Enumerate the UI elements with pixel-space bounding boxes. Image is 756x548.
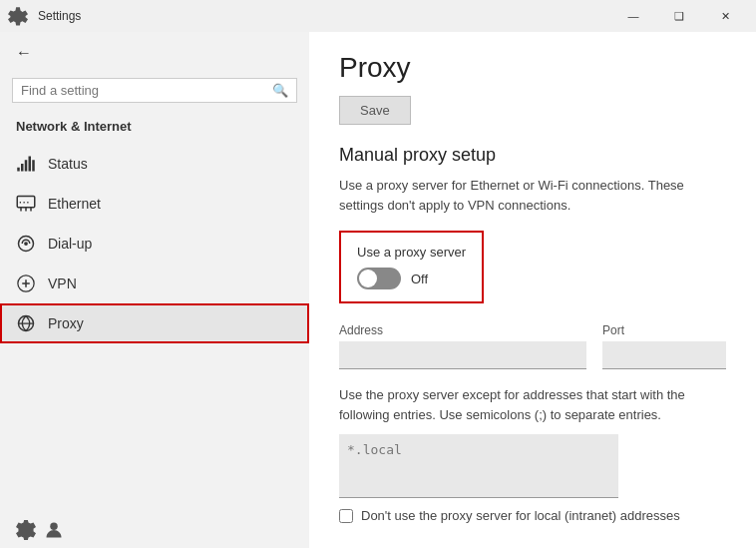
toggle-thumb <box>359 270 377 287</box>
sidebar-item-proxy[interactable]: Proxy <box>0 303 309 343</box>
port-label: Port <box>602 323 726 337</box>
user-icon <box>44 520 64 540</box>
title-bar-left: Settings <box>8 6 81 26</box>
proxy-server-label: Use a proxy server <box>357 245 466 260</box>
toggle-row: Off <box>357 268 466 289</box>
save-button[interactable]: Save <box>339 96 411 125</box>
toggle-track <box>357 268 401 289</box>
sidebar-item-ethernet-label: Ethernet <box>48 196 101 212</box>
main-content: ← 🔍 Network & Internet Status Ethernet <box>0 32 756 548</box>
description: Use a proxy server for Ethernet or Wi-Fi… <box>339 176 726 215</box>
back-arrow-icon: ← <box>16 44 32 62</box>
minimize-button[interactable]: — <box>610 0 656 32</box>
sidebar-item-dialup-label: Dial-up <box>48 236 92 252</box>
address-label: Address <box>339 323 586 337</box>
ethernet-icon <box>16 194 36 214</box>
search-box: 🔍 <box>12 78 297 103</box>
status-icon <box>16 154 36 174</box>
address-port-row: Address Port <box>339 323 726 369</box>
maximize-button[interactable]: ❑ <box>656 0 702 32</box>
section-title: Manual proxy setup <box>339 145 726 166</box>
content-panel: Proxy Save Manual proxy setup Use a prox… <box>309 32 756 548</box>
sidebar-item-proxy-label: Proxy <box>48 315 84 331</box>
search-button[interactable]: 🔍 <box>272 83 288 98</box>
svg-point-4 <box>50 523 58 531</box>
sidebar-item-ethernet[interactable]: Ethernet <box>0 184 309 224</box>
sidebar-item-vpn[interactable]: VPN <box>0 264 309 303</box>
back-button[interactable]: ← <box>0 32 309 74</box>
sidebar-section-title: Network & Internet <box>0 115 309 144</box>
proxy-server-box: Use a proxy server Off <box>339 231 484 303</box>
sidebar-bottom <box>0 512 309 548</box>
address-input[interactable] <box>339 341 586 369</box>
port-input[interactable] <box>602 341 726 369</box>
proxy-icon <box>16 313 36 333</box>
checkbox-row: Don't use the proxy server for local (in… <box>339 508 726 523</box>
title-bar: Settings — ❑ ✕ <box>0 0 756 32</box>
address-field-group: Address <box>339 323 586 369</box>
title-bar-title: Settings <box>38 9 81 23</box>
close-button[interactable]: ✕ <box>702 0 748 32</box>
exceptions-textarea[interactable] <box>339 434 618 498</box>
toggle-label: Off <box>411 272 428 286</box>
title-bar-controls: — ❑ ✕ <box>610 0 748 32</box>
exceptions-description: Use the proxy server except for addresse… <box>339 385 726 424</box>
search-input[interactable] <box>21 83 272 98</box>
settings-gear-icon <box>16 520 36 540</box>
sidebar-item-vpn-label: VPN <box>48 275 77 291</box>
settings-icon <box>8 6 28 26</box>
sidebar-item-status[interactable]: Status <box>0 144 309 184</box>
vpn-icon <box>16 274 36 293</box>
svg-point-2 <box>24 242 28 246</box>
sidebar: ← 🔍 Network & Internet Status Ethernet <box>0 32 309 548</box>
sidebar-item-dialup[interactable]: Dial-up <box>0 224 309 264</box>
page-title: Proxy <box>339 52 726 84</box>
proxy-toggle[interactable] <box>357 268 401 289</box>
sidebar-item-status-label: Status <box>48 156 88 172</box>
dialup-icon <box>16 234 36 254</box>
local-checkbox[interactable] <box>339 509 353 523</box>
local-checkbox-label: Don't use the proxy server for local (in… <box>361 508 680 523</box>
port-field-group: Port <box>602 323 726 369</box>
